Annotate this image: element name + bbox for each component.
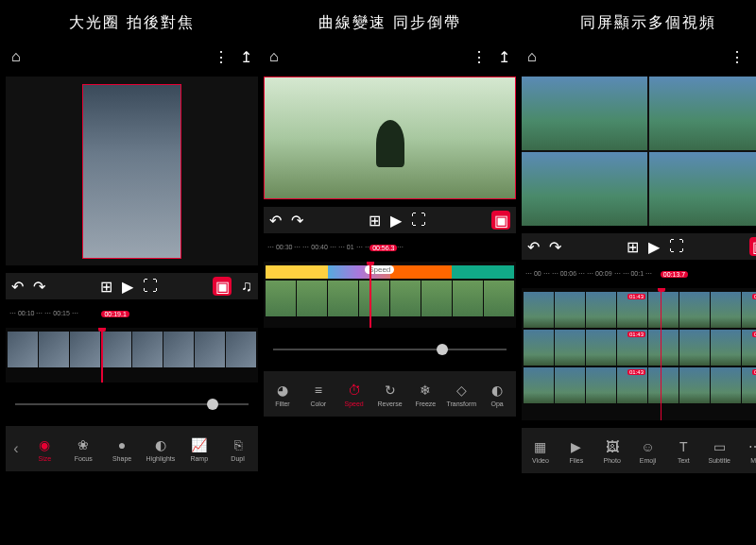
tool-dupl[interactable]: ⎘Dupl <box>219 436 256 462</box>
play-icon[interactable]: ▶ <box>122 278 133 296</box>
feature-title: 大光圈 拍後對焦 <box>6 6 258 37</box>
freeze-icon: ❄ <box>417 382 434 399</box>
video-icon: ▦ <box>532 438 549 455</box>
tool-files[interactable]: ▶Files <box>559 438 593 464</box>
color-icon: ≡ <box>310 382 327 399</box>
tool-focus[interactable]: ❀Focus <box>65 436 102 462</box>
add-icon[interactable]: ⊞ <box>369 212 381 230</box>
playhead[interactable] <box>101 328 103 383</box>
record-button[interactable]: ▣ <box>491 211 510 230</box>
fullscreen-icon[interactable]: ⛶ <box>669 238 684 255</box>
more-icon[interactable]: ⋮ <box>472 48 487 66</box>
time-ruler[interactable]: ⋯ 00:10 ⋯⋯ 00:15 ⋯00:19.1 <box>6 307 258 320</box>
record-button[interactable]: ▣ <box>749 237 756 256</box>
fullscreen-icon[interactable]: ⛶ <box>143 278 158 295</box>
tool-bar: ‹◉Size❀Focus●Shape◐Highlights📈Ramp⎘Dupl <box>6 426 258 471</box>
filter-icon: ◕ <box>274 382 291 399</box>
back-icon[interactable]: ‹ <box>8 440 25 457</box>
export-icon[interactable]: ↥ <box>240 48 252 66</box>
time-ruler[interactable]: ⋯ 00 ⋯⋯ 00:06 ⋯⋯ 00:09 ⋯⋯ 00:1 ⋯00:13.7 <box>522 267 756 281</box>
subtitle-icon: ▭ <box>711 438 728 455</box>
shape-icon: ● <box>113 436 130 453</box>
redo-icon[interactable]: ↷ <box>291 212 303 230</box>
tool-transform[interactable]: ◇Transform <box>444 382 478 407</box>
video-frame <box>82 84 181 259</box>
current-time: 00:13.7 <box>661 271 688 278</box>
redo-icon[interactable]: ↷ <box>549 238 561 256</box>
tool-subtitle[interactable]: ▭Subtitle <box>702 438 736 464</box>
record-button[interactable]: ▣ <box>213 277 232 296</box>
undo-icon[interactable]: ↶ <box>527 238 540 256</box>
tool-video[interactable]: ▦Video <box>524 438 558 464</box>
text-icon: T <box>675 438 692 455</box>
tool-opa[interactable]: ◐Opa <box>480 382 514 407</box>
timeline[interactable] <box>6 328 258 383</box>
tool-shape[interactable]: ●Shape <box>104 436 141 462</box>
tool-mo[interactable]: ⋯Mo <box>738 438 756 464</box>
ramp-icon: 📈 <box>191 436 208 453</box>
reverse-icon: ↻ <box>382 382 399 399</box>
tool-size[interactable]: ◉Size <box>26 436 63 462</box>
value-slider[interactable] <box>6 390 258 418</box>
home-icon[interactable]: ⌂ <box>527 48 537 65</box>
mo-icon: ⋯ <box>747 438 756 455</box>
tool-reverse[interactable]: ↻Reverse <box>373 382 407 407</box>
undo-icon[interactable]: ↶ <box>11 278 24 296</box>
fullscreen-icon[interactable]: ⛶ <box>411 212 426 229</box>
playhead[interactable] <box>661 288 662 420</box>
tool-text[interactable]: TText <box>666 438 700 464</box>
top-bar: ⌂ ⋮ ↥ <box>264 44 516 69</box>
home-icon[interactable]: ⌂ <box>11 48 21 65</box>
feature-title: 曲線變速 同步倒帶 <box>264 6 516 37</box>
playhead[interactable] <box>369 262 371 328</box>
preview-area[interactable] <box>264 77 516 199</box>
tool-bar: ▦Video▶Files🖼Photo☺EmojiTText▭Subtitle⋯M… <box>522 428 756 473</box>
music-icon[interactable]: ♫ <box>241 278 252 295</box>
emoji-icon: ☺ <box>640 438 657 455</box>
screen-3: 同屏顯示多個視頻⌂ ⋮ ↥ ↶ ↷ ⊞ ▶ ⛶ ▣ ⋯ 00 ⋯⋯ 00:06 … <box>522 6 756 539</box>
photo-icon: 🖼 <box>604 438 621 455</box>
tool-speed[interactable]: ⏱Speed <box>337 382 371 407</box>
undo-icon[interactable]: ↶ <box>269 212 282 230</box>
more-icon[interactable]: ⋮ <box>214 48 229 66</box>
preview-area[interactable] <box>6 77 258 265</box>
play-icon[interactable]: ▶ <box>390 212 402 230</box>
tool-emoji[interactable]: ☺Emoji <box>631 438 665 464</box>
add-icon[interactable]: ⊞ <box>100 278 112 296</box>
size-icon: ◉ <box>36 436 53 453</box>
current-time: 00:56.3 <box>369 245 397 251</box>
feature-title: 同屏顯示多個視頻 <box>522 6 756 37</box>
home-icon[interactable]: ⌂ <box>269 48 279 65</box>
export-icon[interactable]: ↥ <box>498 48 510 66</box>
current-time: 00:19.1 <box>101 311 129 317</box>
tool-photo[interactable]: 🖼Photo <box>595 438 629 464</box>
opa-icon: ◐ <box>489 382 506 399</box>
value-slider[interactable] <box>264 335 516 364</box>
dupl-icon: ⎘ <box>230 436 247 453</box>
tool-color[interactable]: ≡Color <box>301 382 335 407</box>
tool-freeze[interactable]: ❄Freeze <box>408 382 442 407</box>
screen-1: 大光圈 拍後對焦⌂ ⋮ ↥ ↶ ↷ ⊞ ▶ ⛶ ▣ ♫ ⋯ 00:10 ⋯⋯ 0… <box>6 6 258 539</box>
tool-filter[interactable]: ◕Filter <box>266 382 300 407</box>
add-icon[interactable]: ⊞ <box>627 238 639 256</box>
video-frame <box>264 77 516 199</box>
tool-highlights[interactable]: ◐Highlights <box>142 436 179 462</box>
timeline[interactable]: 01:4301:4301:4301:4301:4301:43 <box>522 288 756 420</box>
transport-controls: ↶ ↷ ⊞ ▶ ⛶ ▣ <box>264 207 516 233</box>
focus-icon: ❀ <box>75 436 92 453</box>
more-icon[interactable]: ⋮ <box>730 48 745 66</box>
play-icon[interactable]: ▶ <box>648 238 660 256</box>
top-bar: ⌂ ⋮ ↥ <box>522 44 756 69</box>
tool-ramp[interactable]: 📈Ramp <box>180 436 217 462</box>
files-icon: ▶ <box>568 438 585 455</box>
timeline[interactable]: Speed <box>264 262 516 328</box>
top-bar: ⌂ ⋮ ↥ <box>6 44 258 69</box>
screen-2: 曲線變速 同步倒帶⌂ ⋮ ↥ ↶ ↷ ⊞ ▶ ⛶ ▣ ⋯ 00:30 ⋯⋯ 00… <box>264 6 516 539</box>
transform-icon: ◇ <box>453 382 470 399</box>
time-ruler[interactable]: ⋯ 00:30 ⋯⋯ 00:40 ⋯⋯ 01 ⋯⋯ 01:30.0 ⋯00:56… <box>264 241 516 254</box>
transport-controls: ↶ ↷ ⊞ ▶ ⛶ ▣ <box>522 233 756 260</box>
tool-bar: ◕Filter≡Color⏱Speed↻Reverse❄Freeze◇Trans… <box>264 371 516 417</box>
redo-icon[interactable]: ↷ <box>33 278 45 296</box>
preview-area[interactable] <box>522 77 756 226</box>
speed-icon: ⏱ <box>346 382 363 399</box>
